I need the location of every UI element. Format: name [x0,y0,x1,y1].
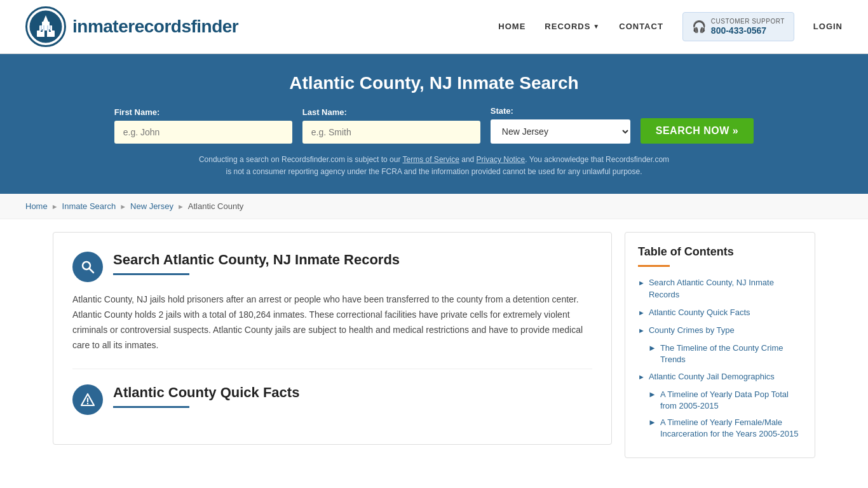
search-button[interactable]: SEARCH NOW » [641,118,754,144]
main-nav: HOME RECORDS ▼ CONTACT 🎧 CUSTOMER SUPPOR… [498,12,843,42]
chevron-right-icon: ► [648,342,656,354]
svg-rect-9 [43,25,44,30]
toc-link-0[interactable]: ► Search Atlantic County, NJ Inmate Reco… [638,277,802,300]
section1-header: Search Atlantic County, NJ Inmate Record… [72,252,592,282]
breadcrumb-inmate-search[interactable]: Inmate Search [62,201,116,211]
search-form: First Name: Last Name: State: New Jersey… [25,106,843,144]
last-name-group: Last Name: [302,107,480,144]
hero-section: Atlantic County, NJ Inmate Search First … [0,54,868,194]
toc-item-3: ► The Timeline of the County Crime Trend… [648,342,802,365]
hero-title: Atlantic County, NJ Inmate Search [25,73,843,93]
state-label: State: [491,106,630,116]
sidebar-toc: Table of Contents ► Search Atlantic Coun… [625,232,815,458]
toc-item-0: ► Search Atlantic County, NJ Inmate Reco… [638,277,802,300]
main-container: Search Atlantic County, NJ Inmate Record… [27,232,841,458]
logo-text: inmaterecordsfinder [72,17,238,37]
first-name-input[interactable] [114,121,292,144]
svg-rect-11 [50,25,51,30]
site-header: inmaterecordsfinder HOME RECORDS ▼ CONTA… [0,0,868,54]
nav-records[interactable]: RECORDS ▼ [545,22,600,31]
nav-contact[interactable]: CONTACT [619,22,663,31]
nav-login[interactable]: LOGIN [813,22,843,31]
section-divider [72,369,592,369]
headset-icon: 🎧 [692,20,706,34]
section2-title: Atlantic County Quick Facts [113,384,592,401]
privacy-link[interactable]: Privacy Notice [477,155,526,164]
toc-underline [638,265,670,267]
breadcrumb-county: Atlantic County [188,201,243,211]
state-select[interactable]: New JerseyAlabamaAlaskaArizonaArkansasCa… [491,119,630,144]
toc-item-2: ► County Crimes by Type [638,325,802,336]
nav-home[interactable]: HOME [498,22,526,31]
first-name-label: First Name: [114,107,292,117]
svg-point-16 [87,402,88,403]
search-icon [72,252,103,282]
toc-link-6[interactable]: ► A Timeline of Yearly Female/Male Incar… [648,417,802,440]
section2-header: Atlantic County Quick Facts [72,384,592,415]
chevron-right-icon: ► [638,326,645,336]
toc-link-2[interactable]: ► County Crimes by Type [638,325,802,336]
toc-item-4: ► Atlantic County Jail Demographics [638,371,802,383]
chevron-right-icon: ► [648,417,656,428]
breadcrumb-separator-2: ► [119,203,126,210]
svg-rect-3 [42,22,50,26]
toc-item-6: ► A Timeline of Yearly Female/Male Incar… [648,417,802,440]
svg-rect-8 [41,25,42,30]
customer-support-number: 800-433-0567 [711,25,785,36]
section1-body: Atlantic County, NJ jails hold prisoners… [72,292,592,353]
toc-link-1[interactable]: ► Atlantic County Quick Facts [638,307,802,318]
chevron-down-icon: ▼ [593,23,600,30]
chevron-right-icon: ► [638,278,645,288]
first-name-group: First Name: [114,107,292,144]
section1-underline [113,273,189,275]
toc-item-1: ► Atlantic County Quick Facts [638,307,802,318]
terms-link[interactable]: Terms of Service [403,155,459,164]
alert-icon [72,384,103,415]
breadcrumb-home[interactable]: Home [25,201,48,211]
last-name-label: Last Name: [302,107,480,117]
svg-rect-5 [44,30,47,37]
chevron-right-icon: ► [638,372,645,382]
section1-title: Search Atlantic County, NJ Inmate Record… [113,252,592,268]
hero-disclaimer: Conducting a search on Recordsfinder.com… [196,154,672,178]
chevron-right-icon: ► [638,308,645,318]
toc-list: ► Search Atlantic County, NJ Inmate Reco… [638,277,802,440]
customer-support-label: CUSTOMER SUPPORT [711,18,785,25]
content-area: Search Atlantic County, NJ Inmate Record… [53,232,612,444]
toc-title: Table of Contents [638,245,802,259]
logo-icon [25,6,66,47]
toc-link-4[interactable]: ► Atlantic County Jail Demographics [638,371,802,383]
state-group: State: New JerseyAlabamaAlaskaArizonaArk… [491,106,630,144]
toc-item-5: ► A Timeline of Yearly Data Pop Total fr… [648,389,802,412]
breadcrumb: Home ► Inmate Search ► New Jersey ► Atla… [0,194,868,219]
toc-link-5[interactable]: ► A Timeline of Yearly Data Pop Total fr… [648,389,802,412]
last-name-input[interactable] [302,121,480,144]
section2-underline [113,406,189,408]
svg-rect-10 [47,25,48,30]
chevron-right-icon: ► [648,389,656,400]
breadcrumb-separator-1: ► [51,203,58,210]
svg-line-13 [90,269,94,273]
customer-support-button[interactable]: 🎧 CUSTOMER SUPPORT 800-433-0567 [682,12,794,42]
breadcrumb-state[interactable]: New Jersey [130,201,173,211]
toc-link-3[interactable]: ► The Timeline of the County Crime Trend… [648,342,802,365]
logo-area: inmaterecordsfinder [25,6,238,47]
breadcrumb-separator-3: ► [177,203,184,210]
